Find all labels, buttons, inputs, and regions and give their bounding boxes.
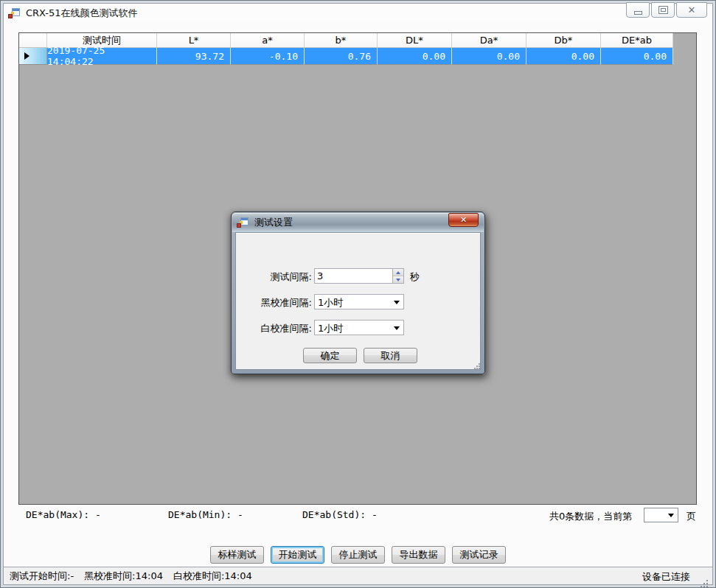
stat-min-label: DE*ab(Min): bbox=[168, 509, 232, 520]
stat-max-label: DE*ab(Max): bbox=[26, 509, 89, 520]
cell-Db[interactable]: 0.00 bbox=[526, 48, 601, 65]
arrow-down-icon bbox=[396, 279, 400, 281]
spinner-down-button[interactable] bbox=[393, 276, 403, 283]
col-header-Db[interactable]: Db* bbox=[526, 33, 601, 48]
stat-deab-min: DE*ab(Min): - bbox=[168, 509, 243, 520]
main-window: CRX-51在线颜色测试软件 ✕ 测试时间 L* a* b* DL* Da* D… bbox=[0, 0, 716, 588]
interval-input[interactable] bbox=[315, 269, 392, 283]
dialog-icon bbox=[237, 217, 248, 228]
status-bar: 测试开始时间:- 黑校准时间:14:04 白校准时间:14:04 设备已连接 bbox=[4, 567, 712, 584]
grid-corner-cell[interactable] bbox=[19, 33, 47, 48]
window-controls: ✕ bbox=[626, 2, 707, 18]
maximize-icon bbox=[658, 6, 668, 14]
test-records-button[interactable]: 测试记录 bbox=[452, 546, 506, 564]
cell-DEab[interactable]: 0.00 bbox=[601, 48, 673, 65]
dialog-titlebar[interactable]: 测试设置 bbox=[232, 213, 484, 232]
window-title: CRX-51在线颜色测试软件 bbox=[26, 7, 138, 20]
spinner-buttons bbox=[392, 269, 403, 283]
ok-button[interactable]: 确定 bbox=[303, 348, 357, 363]
col-header-b[interactable]: b* bbox=[305, 33, 378, 48]
col-header-Da[interactable]: Da* bbox=[452, 33, 526, 48]
col-header-a[interactable]: a* bbox=[231, 33, 305, 48]
white-cal-combobox[interactable]: 1小时 bbox=[314, 320, 404, 335]
status-white-cal-time: 白校准时间:14:04 bbox=[173, 570, 252, 583]
stat-max-value: - bbox=[95, 509, 101, 520]
white-cal-value: 1小时 bbox=[318, 322, 343, 335]
dialog-close-button[interactable]: ✕ bbox=[448, 213, 479, 227]
minimize-icon bbox=[634, 11, 642, 15]
current-row-arrow-icon bbox=[24, 52, 29, 60]
stat-std-label: DE*ab(Std): bbox=[302, 509, 366, 520]
stat-deab-std: DE*ab(Std): - bbox=[302, 509, 378, 520]
chevron-down-icon bbox=[668, 514, 674, 517]
black-cal-combobox[interactable]: 1小时 bbox=[314, 294, 404, 309]
titlebar[interactable]: CRX-51在线颜色测试软件 bbox=[4, 4, 712, 22]
cell-a[interactable]: -0.10 bbox=[231, 48, 305, 65]
action-button-row: 标样测试 开始测试 停止测试 导出数据 测试记录 bbox=[0, 546, 716, 564]
interval-unit-label: 秒 bbox=[410, 270, 420, 284]
sample-test-button[interactable]: 标样测试 bbox=[210, 546, 264, 564]
app-icon bbox=[8, 8, 20, 18]
cell-time[interactable]: 2019-07-25 14:04:22 bbox=[47, 48, 157, 65]
col-header-DEab[interactable]: DE*ab bbox=[601, 33, 673, 48]
cell-L[interactable]: 93.72 bbox=[157, 48, 231, 65]
row-header-selected[interactable] bbox=[19, 48, 47, 65]
dialog-resize-grip-icon[interactable] bbox=[474, 363, 476, 365]
resize-grip-icon[interactable] bbox=[701, 580, 702, 581]
status-black-cal-time: 黑校准时间:14:04 bbox=[84, 570, 163, 583]
chevron-down-icon bbox=[394, 326, 400, 330]
test-settings-dialog: 测试设置 ✕ 测试间隔: 秒 黑校准间隔: 1小时 白校准间隔: bbox=[231, 211, 485, 374]
interval-spinner bbox=[314, 268, 404, 284]
minimize-button[interactable] bbox=[626, 2, 650, 18]
black-cal-value: 1小时 bbox=[318, 296, 343, 309]
page-number-combobox[interactable] bbox=[644, 508, 678, 522]
col-header-L[interactable]: L* bbox=[157, 33, 231, 48]
spinner-up-button[interactable] bbox=[393, 269, 403, 276]
maximize-button[interactable] bbox=[651, 2, 675, 18]
black-cal-label: 黑校准间隔: bbox=[236, 296, 312, 309]
cell-DL[interactable]: 0.00 bbox=[378, 48, 452, 65]
close-icon: ✕ bbox=[688, 5, 696, 15]
stat-min-value: - bbox=[237, 509, 243, 520]
white-cal-label: 白校准间隔: bbox=[236, 322, 312, 335]
col-header-DL[interactable]: DL* bbox=[378, 33, 452, 48]
status-test-start-time: 测试开始时间:- bbox=[10, 570, 74, 583]
close-button[interactable]: ✕ bbox=[676, 2, 707, 18]
cell-Da[interactable]: 0.00 bbox=[452, 48, 526, 65]
stat-std-value: - bbox=[372, 509, 378, 520]
stop-test-button[interactable]: 停止测试 bbox=[331, 546, 385, 564]
device-status-label: 设备已连接 bbox=[642, 570, 690, 584]
cell-b[interactable]: 0.76 bbox=[305, 48, 378, 65]
stat-deab-max: DE*ab(Max): - bbox=[26, 509, 101, 520]
start-test-button[interactable]: 开始测试 bbox=[271, 546, 324, 564]
page-unit-label: 页 bbox=[687, 510, 696, 523]
interval-label: 测试间隔: bbox=[236, 270, 312, 284]
dialog-body: 测试间隔: 秒 黑校准间隔: 1小时 白校准间隔: 1小时 bbox=[235, 232, 481, 370]
dialog-close-icon: ✕ bbox=[460, 215, 467, 225]
export-data-button[interactable]: 导出数据 bbox=[392, 546, 445, 564]
data-grid: 测试时间 L* a* b* DL* Da* Db* DE*ab 2019-07-… bbox=[19, 33, 696, 65]
arrow-up-icon bbox=[396, 271, 400, 274]
page-summary-text: 共0条数据，当前第 bbox=[549, 510, 632, 523]
dialog-title: 测试设置 bbox=[254, 216, 293, 229]
cancel-button[interactable]: 取消 bbox=[364, 348, 417, 363]
chevron-down-icon bbox=[394, 301, 400, 304]
